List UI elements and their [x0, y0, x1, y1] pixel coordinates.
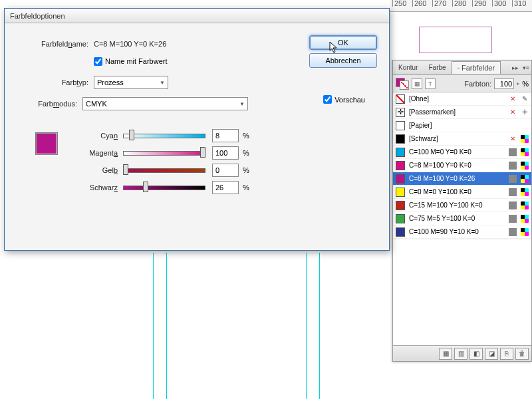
swatch-name: C=75 M=5 Y=100 K=0 — [409, 215, 505, 222]
tab-kontur[interactable]: Kontur — [393, 62, 423, 73]
show-all-swatches-button[interactable]: ▦ — [439, 348, 452, 360]
swatch-name: C=8 M=100 Y=0 K=0 — [409, 162, 505, 169]
magenta-slider-thumb[interactable] — [200, 147, 205, 158]
swatch-list[interactable]: [Ohne]✛[Passermarken]✛[Papier][Schwarz]C… — [393, 92, 531, 239]
global-color-icon — [509, 175, 517, 183]
swatch-list-empty-area — [393, 239, 531, 345]
global-color-icon — [509, 148, 517, 156]
formatting-container-icon[interactable]: ▦ — [412, 78, 422, 89]
collapse-panel-icon[interactable]: ▸▸ — [510, 65, 521, 71]
swatch-name: C=15 M=100 Y=100 K=0 — [409, 201, 505, 209]
tint-input[interactable] — [494, 78, 514, 89]
swatch-name: C=100 M=0 Y=0 K=0 — [409, 148, 505, 156]
ok-button[interactable]: OK — [309, 35, 377, 50]
name-with-value-checkbox[interactable] — [94, 57, 102, 66]
global-color-icon — [509, 228, 517, 236]
yellow-input[interactable] — [212, 164, 239, 177]
swatches-panel: Kontur Farbe ◦ Farbfelder ▸▸ ▾≡ ▦ T Farb… — [392, 60, 532, 362]
tint-label: Farbton: — [464, 80, 491, 88]
cmyk-mode-icon — [521, 135, 529, 143]
canvas-guides — [153, 253, 319, 399]
canvas-frame[interactable] — [419, 27, 492, 53]
percent-unit: % — [243, 166, 249, 174]
swatch-name: [Ohne] — [409, 95, 505, 102]
swatch-item[interactable]: [Papier] — [393, 119, 531, 132]
cyan-input[interactable] — [212, 129, 239, 142]
swatch-item[interactable]: C=8 M=100 Y=0 K=0 — [393, 159, 531, 172]
non-deletable-icon — [509, 95, 517, 103]
mouse-cursor-icon — [329, 41, 338, 53]
swatch-chip-icon — [396, 94, 405, 104]
cmyk-mode-icon — [521, 201, 529, 209]
swatch-chip-icon — [396, 161, 405, 170]
delete-swatch-button[interactable]: 🗑 — [515, 348, 529, 360]
swatch-item[interactable]: [Ohne] — [393, 92, 531, 106]
tint-unit: % — [522, 80, 529, 88]
tab-farbe[interactable]: Farbe — [423, 62, 451, 73]
color-mode-label: Farbmodus: — [17, 100, 82, 108]
swatch-item[interactable]: ✛[Passermarken]✛ — [393, 106, 531, 119]
dialog-title: Farbfeldoptionen — [5, 9, 389, 23]
panel-menu-icon[interactable]: ▾≡ — [521, 65, 531, 71]
swatch-name: C=0 M=0 Y=100 K=0 — [409, 188, 505, 196]
swatch-item[interactable]: C=8 M=100 Y=0 K=26 — [393, 172, 531, 186]
horizontal-ruler: 250260270280290300310 — [390, 0, 532, 12]
panel-tab-bar: Kontur Farbe ◦ Farbfelder ▸▸ ▾≡ — [393, 61, 531, 75]
percent-unit: % — [243, 184, 249, 192]
cmyk-mode-icon — [521, 188, 529, 196]
swatch-chip-icon — [396, 174, 405, 184]
non-deletable-icon — [509, 135, 517, 143]
swatch-chip-icon — [396, 188, 405, 197]
new-swatch-page-button[interactable]: ⎘ — [500, 348, 513, 360]
swatch-chip-icon — [396, 214, 405, 223]
cmyk-mode-icon — [521, 228, 529, 236]
percent-unit: % — [243, 132, 249, 140]
non-editable-icon — [521, 95, 529, 103]
swatch-item[interactable]: C=100 M=90 Y=10 K=0 — [393, 225, 531, 239]
swatch-name: C=100 M=90 Y=10 K=0 — [409, 228, 505, 235]
cmyk-mode-icon — [521, 175, 529, 183]
fill-stroke-proxy-icon[interactable] — [396, 78, 409, 90]
swatch-chip-icon — [396, 121, 405, 130]
swatch-name: [Schwarz] — [409, 135, 505, 142]
cmyk-mode-icon — [521, 162, 529, 170]
black-label: Schwarz — [17, 184, 123, 192]
cancel-button[interactable]: Abbrechen — [309, 53, 377, 68]
color-mode-select[interactable]: CMYK▼ — [82, 97, 248, 110]
new-swatch-button[interactable]: ◪ — [485, 348, 498, 360]
show-gradient-swatches-button[interactable]: ◧ — [469, 348, 483, 360]
tint-stepper-icon[interactable]: ▸ — [517, 80, 519, 86]
registration-icon: ✛ — [521, 108, 529, 116]
cmyk-mode-icon — [521, 215, 529, 223]
global-color-icon — [509, 188, 517, 196]
swatch-item[interactable]: C=15 M=100 Y=100 K=0 — [393, 199, 531, 212]
formatting-text-icon[interactable]: T — [425, 78, 436, 89]
swatch-item[interactable]: [Schwarz] — [393, 132, 531, 146]
global-color-icon — [509, 162, 517, 170]
swatch-name-value: C=8 M=100 Y=0 K=26 — [94, 40, 166, 48]
swatch-chip-icon — [396, 201, 405, 210]
cyan-slider[interactable] — [123, 131, 205, 140]
swatch-item[interactable]: C=75 M=5 Y=100 K=0 — [393, 212, 531, 225]
cyan-slider-thumb[interactable] — [129, 130, 134, 140]
yellow-label: Gelb — [17, 166, 123, 174]
swatch-item[interactable]: C=100 M=0 Y=0 K=0 — [393, 146, 531, 159]
non-deletable-icon — [509, 108, 517, 116]
tab-farbfelder[interactable]: ◦ Farbfelder — [452, 61, 501, 74]
show-color-swatches-button[interactable]: ▥ — [454, 348, 467, 360]
magenta-slider[interactable] — [123, 148, 205, 158]
yellow-slider-thumb[interactable] — [123, 164, 128, 175]
preview-checkbox[interactable] — [323, 95, 332, 104]
magenta-input[interactable] — [212, 146, 239, 160]
global-color-icon — [509, 215, 517, 223]
name-with-value-label: Name mit Farbwert — [105, 57, 168, 65]
black-input[interactable] — [212, 181, 239, 194]
black-slider[interactable] — [123, 183, 205, 192]
swatch-name: [Passermarken] — [409, 108, 505, 116]
black-slider-thumb[interactable] — [143, 182, 148, 192]
color-type-select[interactable]: Prozess▼ — [94, 76, 168, 89]
swatch-chip-icon — [396, 134, 405, 144]
swatch-item[interactable]: C=0 M=0 Y=100 K=0 — [393, 186, 531, 199]
yellow-slider[interactable] — [123, 166, 205, 175]
swatch-chip-icon — [396, 227, 405, 237]
